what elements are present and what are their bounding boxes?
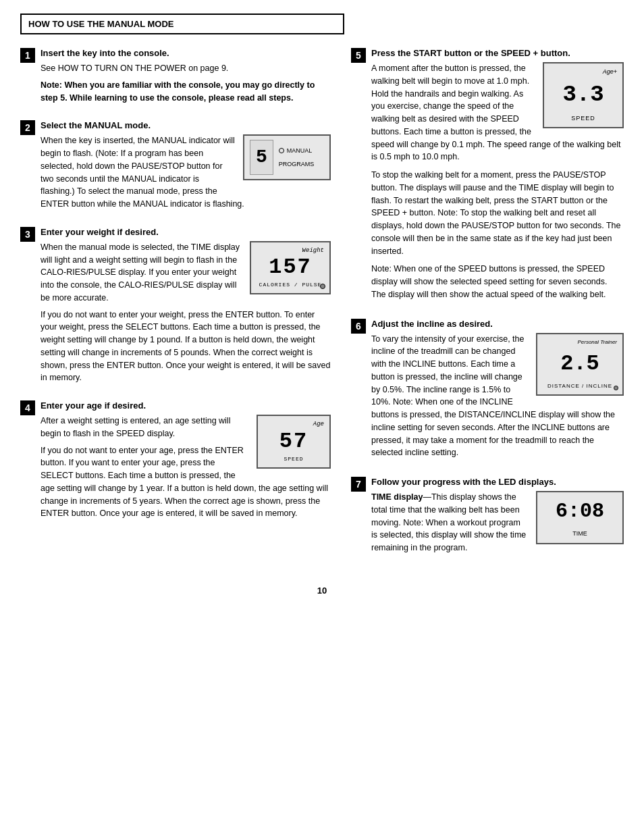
- step-1-para-2: Note: When you are familiar with the con…: [41, 79, 331, 105]
- speed-display: Age+ 3.3 SPEED: [543, 62, 624, 128]
- step-6-title: Adjust the incline as desired.: [371, 319, 624, 329]
- step-2-title: Select the MANUAL mode.: [41, 120, 331, 130]
- step-6-content: Adjust the incline as desired. Personal …: [371, 319, 624, 465]
- speed-label-top: Age+: [549, 68, 617, 77]
- manual-mode-header: HOW TO USE THE MANUAL MODE: [20, 14, 344, 34]
- manual-dot-icon: [279, 148, 284, 153]
- weight-label-bottom: CALORIES / PULSE: [257, 281, 324, 289]
- manual-display-labels: MANUAL PROGRAMS: [279, 146, 315, 170]
- step-3-body: Weight 157 CALORIES / PULSE When the man…: [41, 241, 331, 388]
- step-4-display: Age 57 SPEED: [257, 415, 331, 469]
- weight-label-top: Weight: [257, 246, 324, 256]
- right-column: 5 Press the START button or the SPEED + …: [351, 48, 624, 572]
- age-label-top: Age: [263, 420, 324, 429]
- step-1-para-1: See HOW TO TURN ON THE POWER on page 9.: [41, 62, 331, 75]
- step-3-display: Weight 157 CALORIES / PULSE: [250, 241, 331, 295]
- weight-display: Weight 157 CALORIES / PULSE: [250, 241, 331, 295]
- step-1: 1 Insert the key into the console. See H…: [20, 48, 331, 108]
- speed-number: 3.3: [549, 78, 617, 112]
- step-2-content: Select the MANUAL mode. 5 MANUAL PROGRAM: [41, 120, 331, 215]
- step-6-display: Personal Trainer 2.5 DISTANCE / INCLINE: [536, 333, 624, 396]
- step-5-number: 5: [351, 48, 366, 63]
- step-5: 5 Press the START button or the SPEED + …: [351, 48, 624, 307]
- step-7-body: 6:08 TIME TIME display—This display show…: [371, 491, 624, 560]
- step-5-title: Press the START button or the SPEED + bu…: [371, 48, 624, 58]
- step-7: 7 Follow your progress with the LED disp…: [351, 477, 624, 560]
- step-4-body: Age 57 SPEED After a weight setting is e…: [41, 415, 331, 524]
- manual-label: MANUAL: [279, 146, 315, 155]
- step-6: 6 Adjust the incline as desired. Persona…: [351, 319, 624, 465]
- header-title: HOW TO USE THE MANUAL MODE: [28, 19, 173, 29]
- age-display: Age 57 SPEED: [257, 415, 331, 469]
- step-3: 3 Enter your weight if desired. Weight 1…: [20, 227, 331, 388]
- step-2-body: 5 MANUAL PROGRAMS When the key is insert…: [41, 134, 331, 215]
- programs-label: PROGRAMS: [279, 159, 315, 169]
- step-4: 4 Enter your age if desired. Age 57 SPEE…: [20, 400, 331, 524]
- page-number: 10: [20, 585, 624, 596]
- step-5-para-2: To stop the walking belt for a moment, p…: [371, 169, 624, 257]
- step-5-content: Press the START button or the SPEED + bu…: [371, 48, 624, 307]
- time-label-bottom: TIME: [543, 529, 617, 539]
- step-2-display: 5 MANUAL PROGRAMS: [243, 134, 331, 180]
- step-1-content: Insert the key into the console. See HOW…: [41, 48, 331, 108]
- weight-number: 157: [257, 257, 324, 278]
- speed-label-bottom: SPEED: [549, 114, 617, 124]
- incline-dot-icon: [614, 386, 618, 390]
- step-3-number: 3: [20, 227, 35, 242]
- step-2: 2 Select the MANUAL mode. 5 MANUAL: [20, 120, 331, 215]
- step-6-number: 6: [351, 319, 366, 334]
- step-7-content: Follow your progress with the LED displa…: [371, 477, 624, 560]
- incline-label-top: Personal Trainer: [543, 338, 617, 346]
- age-number: 57: [263, 431, 324, 452]
- step-5-para-3: Note: When one of the SPEED buttons is p…: [371, 263, 624, 301]
- step-5-body: Age+ 3.3 SPEED A moment after the button…: [371, 62, 624, 307]
- manual-display-number: 5: [250, 140, 273, 175]
- step-1-number: 1: [20, 48, 35, 63]
- time-display: 6:08 TIME: [536, 491, 624, 544]
- incline-number: 2.5: [543, 348, 617, 380]
- step-5-display: Age+ 3.3 SPEED: [543, 62, 624, 128]
- step-1-body: See HOW TO TURN ON THE POWER on page 9. …: [41, 62, 331, 104]
- step-4-number: 4: [20, 400, 35, 415]
- manual-text-label: MANUAL: [287, 146, 313, 155]
- incline-label-bottom: DISTANCE / INCLINE: [543, 382, 617, 390]
- step-7-title: Follow your progress with the LED displa…: [371, 477, 624, 487]
- step-6-body: Personal Trainer 2.5 DISTANCE / INCLINE …: [371, 333, 624, 465]
- step-7-number: 7: [351, 477, 366, 492]
- step-4-content: Enter your age if desired. Age 57 SPEED …: [41, 400, 331, 524]
- age-label-bottom: SPEED: [263, 455, 324, 463]
- incline-display: Personal Trainer 2.5 DISTANCE / INCLINE: [536, 333, 624, 396]
- left-column: 1 Insert the key into the console. See H…: [20, 48, 331, 572]
- step-3-para-2: If you do not want to enter your weight,…: [41, 309, 331, 385]
- weight-dot-icon: [320, 284, 325, 289]
- step-4-title: Enter your age if desired.: [41, 400, 331, 411]
- step-3-content: Enter your weight if desired. Weight 157…: [41, 227, 331, 388]
- step-2-number: 2: [20, 120, 35, 135]
- time-number: 6:08: [543, 496, 617, 527]
- step-7-display: 6:08 TIME: [536, 491, 624, 544]
- step-3-title: Enter your weight if desired.: [41, 227, 331, 237]
- step-1-title: Insert the key into the console.: [41, 48, 331, 58]
- manual-mode-display: 5 MANUAL PROGRAMS: [243, 134, 331, 180]
